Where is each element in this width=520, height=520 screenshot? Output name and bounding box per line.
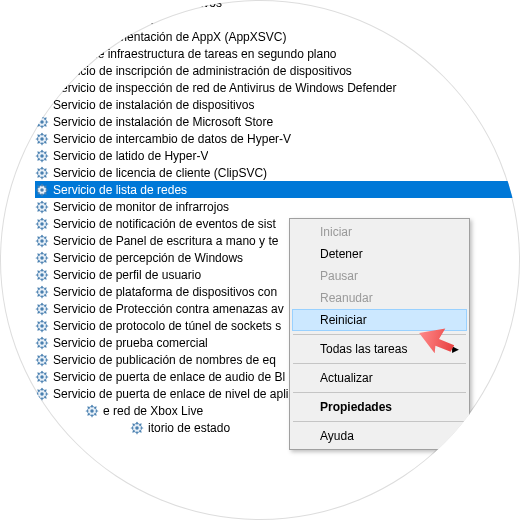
svg-point-29	[40, 35, 44, 39]
svg-line-257	[140, 423, 141, 424]
service-label: Servicio de prueba comercial	[53, 336, 208, 350]
service-row[interactable]: Servicio de inspección de red de Antivir…	[35, 79, 495, 96]
svg-line-248	[88, 413, 89, 414]
menu-item-detener[interactable]: Detener	[292, 243, 467, 265]
svg-line-216	[45, 362, 46, 363]
svg-line-55	[38, 83, 39, 84]
service-label: Servicio de puerta de enlace de nivel de…	[53, 387, 323, 401]
svg-point-169	[40, 273, 44, 277]
svg-point-189	[40, 307, 44, 311]
service-gear-icon	[85, 13, 99, 27]
svg-point-49	[40, 69, 44, 73]
menu-item-todas-tareas[interactable]: Todas las tareas	[292, 338, 467, 360]
service-label: Servicio de percepción de Windows	[53, 251, 243, 265]
svg-point-9	[135, 1, 139, 5]
service-row[interactable]: al de archivos	[35, 0, 495, 11]
svg-point-79	[40, 120, 44, 124]
svg-line-215	[38, 355, 39, 356]
svg-line-56	[45, 90, 46, 91]
svg-line-57	[45, 83, 46, 84]
svg-line-145	[38, 236, 39, 237]
svg-line-208	[38, 345, 39, 346]
service-label: Servicio de protocolo de túnel de socket…	[53, 319, 281, 333]
svg-line-205	[38, 338, 39, 339]
svg-point-0	[132, 0, 141, 7]
svg-line-97	[45, 151, 46, 152]
svg-line-245	[88, 406, 89, 407]
menu-separator	[293, 392, 466, 393]
service-row[interactable]: Servicio de instalación de dispositivos	[35, 96, 495, 113]
service-label: Servicio de inscripción de administració…	[53, 64, 352, 78]
svg-line-18	[88, 22, 89, 23]
menu-item-propiedades[interactable]: Propiedades	[292, 396, 467, 418]
service-row[interactable]: Servicio de intercambio de datos de Hype…	[35, 130, 495, 147]
svg-line-45	[38, 66, 39, 67]
service-gear-icon	[35, 234, 49, 248]
service-gear-icon	[35, 183, 49, 197]
service-label: ervicio de infraestructura de tareas en …	[53, 47, 337, 61]
service-row[interactable]: Servicio de instalación de Microsoft Sto…	[35, 113, 495, 130]
svg-line-207	[45, 338, 46, 339]
service-row[interactable]: ervicio de infraestructura de tareas en …	[35, 45, 495, 62]
service-row[interactable]: Servicio de licencia de cliente (ClipSVC…	[35, 164, 495, 181]
svg-line-127	[45, 202, 46, 203]
service-gear-icon	[35, 98, 49, 112]
service-row[interactable]: e host HV	[35, 11, 495, 28]
svg-line-246	[95, 413, 96, 414]
service-row[interactable]: Servicio de latido de Hyper-V	[35, 147, 495, 164]
service-gear-icon	[35, 251, 49, 265]
svg-line-77	[45, 117, 46, 118]
svg-line-67	[45, 100, 46, 101]
svg-line-75	[38, 117, 39, 118]
svg-line-37	[45, 49, 46, 50]
svg-line-196	[45, 328, 46, 329]
menu-item-pausar: Pausar	[292, 265, 467, 287]
svg-line-236	[45, 396, 46, 397]
service-gear-icon	[35, 166, 49, 180]
service-label: cio de implementación de AppX (AppXSVC)	[53, 30, 286, 44]
svg-line-227	[45, 372, 46, 373]
svg-point-139	[40, 222, 44, 226]
svg-line-66	[45, 107, 46, 108]
svg-line-87	[45, 134, 46, 135]
service-gear-icon	[35, 370, 49, 384]
service-row[interactable]: Servicio de inscripción de administració…	[35, 62, 495, 79]
svg-point-20	[37, 32, 46, 41]
service-row[interactable]: cio de implementación de AppX (AppXSVC)	[35, 28, 495, 45]
svg-line-157	[45, 253, 46, 254]
svg-line-187	[45, 304, 46, 305]
svg-point-209	[40, 341, 44, 345]
svg-line-168	[38, 277, 39, 278]
svg-line-228	[38, 379, 39, 380]
menu-item-reanudar: Reanudar	[292, 287, 467, 309]
svg-line-116	[45, 192, 46, 193]
service-label: Servicio de notificación de eventos de s…	[53, 217, 276, 231]
svg-line-65	[38, 100, 39, 101]
svg-line-28	[38, 39, 39, 40]
svg-point-39	[40, 52, 44, 56]
svg-point-239	[40, 392, 44, 396]
service-label: Servicio de Panel de escritura a mano y …	[53, 234, 278, 248]
service-gear-icon	[35, 319, 49, 333]
svg-point-50	[37, 83, 46, 92]
svg-line-167	[45, 270, 46, 271]
svg-line-105	[38, 168, 39, 169]
svg-line-128	[38, 209, 39, 210]
service-gear-icon	[35, 302, 49, 316]
service-row[interactable]: Servicio de monitor de infrarrojos	[35, 198, 495, 215]
menu-item-ayuda[interactable]: Ayuda	[292, 425, 467, 447]
svg-line-108	[38, 175, 39, 176]
service-label: Servicio de instalación de dispositivos	[53, 98, 254, 112]
svg-line-197	[45, 321, 46, 322]
svg-line-135	[38, 219, 39, 220]
service-row[interactable]: Servicio de lista de redes	[35, 181, 515, 198]
menu-item-reiniciar[interactable]: Reiniciar	[292, 309, 467, 331]
svg-point-159	[40, 256, 44, 260]
service-label: Servicio de latido de Hyper-V	[53, 149, 208, 163]
svg-line-115	[38, 185, 39, 186]
svg-point-99	[40, 154, 44, 158]
menu-item-actualizar[interactable]: Actualizar	[292, 367, 467, 389]
svg-line-27	[45, 32, 46, 33]
service-label: Servicio de inspección de red de Antivir…	[53, 81, 397, 95]
svg-line-186	[45, 311, 46, 312]
